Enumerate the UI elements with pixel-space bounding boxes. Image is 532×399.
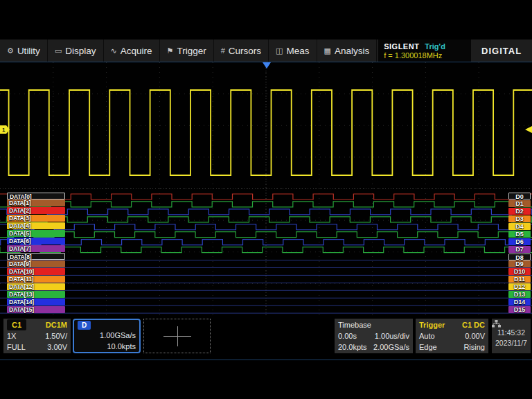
measure-icon: ◫ [276,46,283,55]
trigger-type: Edge [419,342,437,353]
clock-time: 11:45:32 [492,328,531,338]
digital-channel-label[interactable]: DATA[0] [7,193,65,200]
menu-acquire[interactable]: ∿ Acquire [104,39,160,62]
graticule [0,62,532,315]
digital-channel-label[interactable]: DATA[9] [7,260,65,267]
digital-channel-label[interactable]: DATA[11] [7,276,65,283]
bottom-separator [0,360,532,360]
timebase-descriptor[interactable]: Timebase 0.00s 1.00us/div 20.0kpts 2.00G… [335,319,413,353]
c1-attenuation: 1X [7,330,16,342]
trigger-slope: Rising [463,342,485,353]
trigger-level-marker[interactable] [525,126,532,133]
trigger-level: 0.00V [465,330,485,342]
menu-utility[interactable]: ⚙ Utility [0,39,48,62]
digital-channel-tag[interactable]: D1 [508,200,531,207]
digital-descriptor[interactable]: D 1.00GSa/s 10.0kpts [73,319,141,353]
digital-channel-label[interactable]: DATA[2] [7,207,65,214]
menu-meas-label: Meas [286,46,309,56]
add-channel-crosshair-v [177,326,178,346]
menu-meas[interactable]: ◫ Meas [269,39,317,62]
digital-chip: D [78,321,91,330]
c1-coupling: DC1M [46,319,67,330]
menu-cursors[interactable]: # Cursors [214,39,269,62]
digital-channel-tag[interactable]: D0 [508,193,531,200]
frequency-counter: f = 1.300018MHz [384,51,466,60]
status-block: SIGLENT Trig'd f = 1.300018MHz [378,39,471,62]
digital-channel-label[interactable]: DATA[5] [7,230,65,237]
menu-analysis-label: Analysis [335,46,369,56]
c1-chip: C1 [7,319,26,330]
menu-utility-label: Utility [17,46,40,56]
timebase-delay: 0.00s [338,330,357,342]
menu-display[interactable]: ▭ Display [48,39,104,62]
menu-cursors-label: Cursors [229,46,261,56]
timebase-title: Timebase [338,319,371,330]
digital-sample-rate: 1.00GSa/s [78,330,136,341]
menu-digital[interactable]: DIGITAL [471,39,532,62]
c1-bandwidth: FULL [7,342,26,353]
digital-memory: 10.0kpts [78,341,136,352]
digital-channel-label[interactable]: DATA[1] [7,200,65,206]
digital-channel-label[interactable]: DATA[8] [7,253,65,260]
c1-vscale: 1.50V/ [45,330,67,342]
lan-icon [492,320,501,328]
trigger-position-marker[interactable] [263,62,271,69]
digital-channel-tag[interactable]: D13 [508,291,531,298]
c1-offset: 3.00V [47,342,67,353]
descriptor-bar: C1 DC1M 1X 1.50V/ FULL 3.00V D 1.00GSa/s… [0,316,532,359]
channel-c1-descriptor[interactable]: C1 DC1M 1X 1.50V/ FULL 3.00V [3,319,71,353]
digital-channel-tag[interactable]: D2 [508,208,531,215]
trigger-status: Trig'd [425,42,445,51]
digital-channel-tag[interactable]: D14 [508,299,531,305]
oscilloscope-screen: ⚙ Utility ▭ Display ∿ Acquire ⚑ Trigger … [0,0,532,399]
digital-channel-label[interactable]: DATA[12] [7,283,65,290]
scope-ui: ⚙ Utility ▭ Display ∿ Acquire ⚑ Trigger … [0,38,532,360]
menu-acquire-label: Acquire [121,46,152,56]
digital-channel-tag[interactable]: D5 [508,231,531,238]
svg-text:1: 1 [2,127,6,133]
trigger-source: C1 DC [462,319,485,330]
waveform-display: 1 DATA[0]DATA[1]DATA[2]DATA[3]DATA[4]DAT… [0,62,532,315]
timebase-memory: 20.0kpts [338,342,367,353]
trigger-title: Trigger [419,319,445,330]
cursors-icon: # [221,46,225,55]
menu-trigger-label: Trigger [177,46,206,56]
timebase-srate: 2.00GSa/s [373,342,409,353]
menu-analysis[interactable]: ▦ Analysis [317,39,378,62]
gear-icon: ⚙ [7,46,14,55]
display-icon: ▭ [55,46,62,55]
trigger-descriptor[interactable]: Trigger C1 DC Auto 0.00V Edge Rising [416,319,488,353]
digital-channel-label[interactable]: DATA[3] [7,215,65,222]
trigger-mode: Auto [419,330,435,342]
digital-channel-label[interactable]: DATA[15] [7,306,65,313]
digital-channel-label[interactable]: DATA[4] [7,222,65,229]
digital-channel-tag[interactable]: D6 [508,238,531,245]
digital-channel-label[interactable]: DATA[6] [7,238,65,245]
digital-channel-label[interactable]: DATA[14] [7,299,65,305]
digital-channel-label[interactable]: DATA[13] [7,291,65,298]
digital-channel-tag[interactable]: D9 [508,260,531,267]
digital-channel-label[interactable]: DATA[10] [7,268,65,275]
clock-date: 2023/11/7 [492,338,531,348]
digital-channel-label[interactable]: DATA[7] [7,245,65,252]
waveform-icon: ∿ [111,46,117,55]
menu-bar: ⚙ Utility ▭ Display ∿ Acquire ⚑ Trigger … [0,39,532,62]
datetime-panel: 11:45:32 2023/11/7 [492,319,531,353]
digital-channel-tag[interactable]: D12 [508,283,531,290]
digital-channel-tag[interactable]: D3 [508,215,531,222]
siglent-logo: SIGLENT [384,42,419,51]
flag-icon: ⚑ [167,46,174,55]
digital-channel-tag[interactable]: D4 [508,223,531,230]
digital-channel-tag[interactable]: D7 [508,246,531,253]
digital-channel-tag[interactable]: D8 [508,254,531,260]
digital-channel-tag[interactable]: D11 [508,276,531,283]
digital-channel-tag[interactable]: D10 [508,268,531,275]
menu-display-label: Display [65,46,96,56]
chart-icon: ▦ [324,46,331,55]
menu-trigger[interactable]: ⚑ Trigger [160,39,214,62]
empty-channel-slot[interactable] [143,319,211,353]
waveform-canvas: 1 [0,62,532,315]
timebase-scale: 1.00us/div [375,330,409,342]
digital-channel-tag[interactable]: D15 [508,306,531,313]
